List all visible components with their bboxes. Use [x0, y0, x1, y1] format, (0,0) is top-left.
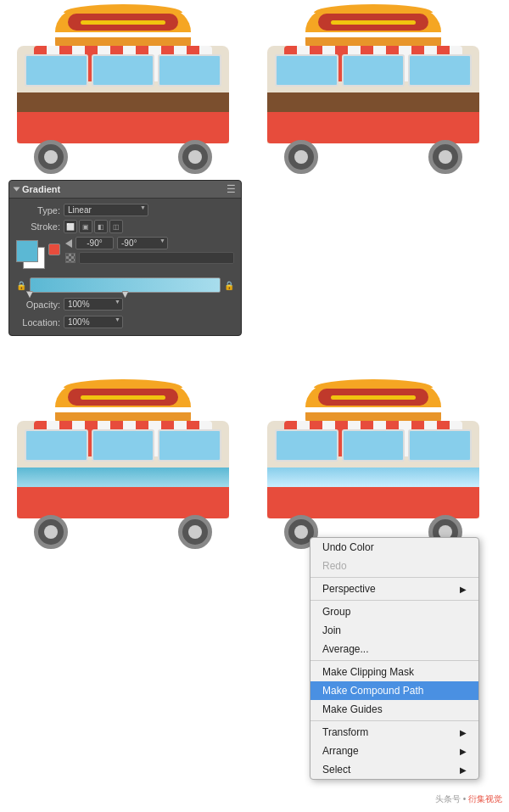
stroke-label: Stroke:	[16, 221, 60, 232]
window-2	[342, 429, 406, 462]
angle-select[interactable]: -90°	[117, 237, 168, 249]
menu-arrow-perspective: ▶	[460, 585, 467, 594]
type-row: Type: Linear	[16, 204, 234, 216]
menu-label-join: Join	[322, 624, 341, 636]
menu-item-join[interactable]: Join	[310, 621, 478, 640]
panel-menu-icon[interactable]: ☰	[227, 183, 236, 195]
window-2	[92, 54, 155, 87]
mustard	[331, 395, 416, 400]
wheel-left	[34, 140, 68, 174]
window-1	[275, 429, 338, 462]
mustard	[81, 20, 165, 25]
type-select[interactable]: Linear	[64, 204, 148, 216]
menu-label-arrange: Arrange	[322, 745, 359, 757]
gradient-stop-mid[interactable]	[122, 291, 129, 298]
truck-bottom-right	[259, 384, 488, 553]
reverse-field[interactable]	[79, 252, 234, 264]
truck-top-right	[259, 8, 488, 178]
gradient-bar[interactable]	[30, 277, 221, 293]
hotdog-bl	[55, 384, 191, 424]
panel-body: Type: Linear Stroke: ⬜ ▣ ◧ ◫	[9, 199, 241, 335]
menu-item-select[interactable]: Select ▶	[310, 760, 478, 779]
opacity-label: Opacity:	[16, 300, 60, 310]
gradient-highlight-bl	[17, 468, 229, 489]
menu-label-compound-path: Make Compound Path	[322, 685, 423, 697]
window-3	[408, 54, 472, 87]
brown-band	[17, 92, 229, 114]
menu-item-clipping-mask[interactable]: Make Clipping Mask	[310, 663, 478, 681]
menu-item-transform[interactable]: Transform ▶	[310, 723, 478, 742]
stroke-icon-3[interactable]: ◧	[94, 220, 108, 233]
opacity-select-wrap[interactable]: 100%	[64, 298, 123, 311]
panel-collapse-icon	[14, 188, 20, 192]
hotdog-top-left	[55, 8, 191, 49]
window-1	[25, 429, 88, 462]
menu-item-arrange[interactable]: Arrange ▶	[310, 742, 478, 760]
orange-body	[267, 112, 479, 143]
window-1	[25, 54, 88, 87]
angle-select-wrapper[interactable]: -90°	[117, 237, 168, 249]
menu-item-perspective[interactable]: Perspective ▶	[310, 580, 478, 598]
truck-top-left	[8, 8, 238, 178]
panel-titlebar[interactable]: Gradient ☰	[9, 181, 241, 199]
menu-item-redo[interactable]: Redo	[310, 557, 478, 575]
angle-icon	[65, 239, 72, 248]
wheels-tr	[259, 144, 488, 178]
body-main	[17, 421, 229, 518]
gradient-bar-container	[30, 277, 221, 293]
gradient-bar-row: 🔒 🔒	[16, 277, 234, 293]
menu-label-select: Select	[322, 764, 350, 776]
wheel-right	[178, 140, 212, 174]
lock-right-icon: 🔒	[224, 281, 234, 290]
stroke-icon-1[interactable]: ⬜	[64, 220, 77, 233]
menu-sep-1	[310, 577, 478, 578]
menu-label-perspective: Perspective	[322, 583, 376, 595]
wheels-tl	[8, 144, 238, 178]
windows	[271, 429, 475, 462]
window-3	[158, 54, 221, 87]
menu-item-average[interactable]: Average...	[310, 640, 478, 658]
menu-item-undo-color[interactable]: Undo Color	[310, 538, 478, 557]
wheel-right	[428, 140, 462, 174]
opacity-select[interactable]: 100%	[64, 298, 123, 311]
panel-title: Gradient	[22, 184, 60, 194]
menu-arrow-transform: ▶	[460, 728, 467, 737]
opacity-row: Opacity: 100%	[16, 298, 234, 311]
menu-sep-2	[310, 600, 478, 601]
angle-input[interactable]	[76, 237, 114, 249]
menu-label-undo-color: Undo Color	[322, 541, 374, 553]
truck-body-bl	[17, 421, 229, 518]
watermark-brand: 衍集视觉	[468, 794, 502, 804]
truck-body-br	[267, 421, 479, 518]
red-swatch[interactable]	[48, 244, 60, 255]
swatch-fg[interactable]	[16, 240, 38, 262]
bun-wave	[64, 379, 182, 388]
lock-left-icon: 🔒	[16, 281, 26, 290]
menu-item-group[interactable]: Group	[310, 602, 478, 621]
gradient-stop-left[interactable]	[26, 291, 33, 298]
location-label: Location:	[16, 317, 60, 328]
context-menu: Undo Color Redo Perspective ▶ Group Join…	[310, 537, 479, 780]
location-select[interactable]: 100%	[64, 316, 123, 328]
stroke-icon-4[interactable]: ◫	[109, 220, 123, 233]
menu-item-make-guides[interactable]: Make Guides	[310, 700, 478, 719]
hotdog-tr	[305, 8, 441, 49]
menu-sep-3	[310, 660, 478, 661]
window-3	[158, 429, 221, 462]
body-main	[267, 46, 479, 143]
truck-body-tr	[267, 46, 479, 143]
stroke-row: Stroke: ⬜ ▣ ◧ ◫	[16, 220, 234, 233]
mustard	[81, 395, 165, 400]
type-select-wrapper[interactable]: Linear	[64, 204, 148, 216]
wheel-left	[34, 515, 68, 549]
wheel-right	[178, 515, 212, 549]
swatch-stack	[16, 240, 45, 269]
location-select-wrap[interactable]: 100%	[64, 316, 123, 328]
angle-row: -90°	[65, 237, 234, 249]
stroke-icon-2[interactable]: ▣	[79, 220, 92, 233]
menu-item-compound-path[interactable]: Make Compound Path	[310, 681, 478, 700]
window-2	[342, 54, 406, 87]
wheel-left	[284, 140, 318, 174]
menu-label-clipping-mask: Make Clipping Mask	[322, 666, 414, 678]
menu-label-group: Group	[322, 606, 350, 618]
